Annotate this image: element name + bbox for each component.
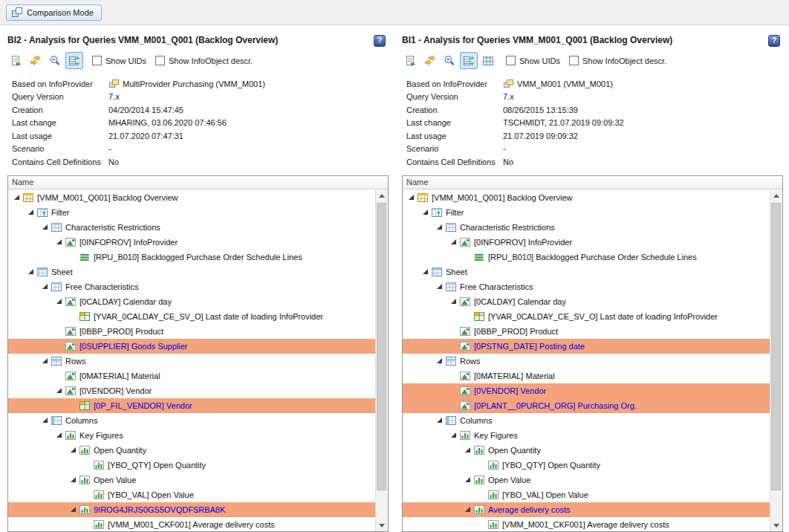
expand-collapse-icon[interactable] — [463, 447, 473, 453]
tree-item[interactable]: Key Figures — [403, 428, 770, 443]
comparison-mode-button[interactable]: Comparison Mode — [6, 4, 102, 21]
checkbox-box[interactable] — [506, 56, 516, 65]
scroll-up-button[interactable] — [376, 190, 388, 202]
tree-item[interactable]: [0VENDOR] Vendor — [403, 383, 770, 398]
expand-collapse-icon[interactable] — [54, 432, 64, 438]
expand-collapse-icon[interactable] — [54, 298, 64, 305]
expand-collapse-icon[interactable] — [40, 224, 50, 230]
expand-collapse-icon[interactable] — [40, 417, 50, 424]
tree-item[interactable]: [0P_FIL_VENDOR] Vendor — [8, 398, 375, 413]
tree-item[interactable]: [VMM_M001_Q001] Backlog Overview — [8, 190, 375, 205]
expand-collapse-icon[interactable] — [463, 506, 473, 513]
tree-item[interactable]: Filter — [403, 205, 770, 220]
expand-collapse-icon[interactable] — [40, 357, 50, 364]
tree-item[interactable]: [VMM_M001_CKF001] Average delivery costs — [403, 517, 770, 532]
tree-item[interactable]: Rows — [403, 354, 770, 369]
tree-column-header[interactable]: Name — [403, 176, 782, 189]
checkbox-box[interactable] — [569, 56, 579, 65]
zoom-out-icon[interactable] — [441, 52, 458, 69]
tree-item[interactable]: Filter — [8, 205, 375, 220]
tree-item[interactable]: [0PLANT__0PURCH_ORG] Purchasing Org. — [403, 398, 770, 413]
scroll-down-button[interactable] — [770, 519, 782, 531]
tree-item[interactable]: [0CALDAY] Calendar day — [403, 294, 770, 309]
expand-collapse-icon[interactable] — [463, 476, 473, 483]
zoom-out-icon[interactable] — [46, 52, 64, 69]
expand-collapse-icon[interactable] — [26, 268, 36, 275]
tree-item[interactable]: [VMM_M001_Q001] Backlog Overview — [403, 190, 770, 205]
expand-subtree-icon[interactable] — [65, 52, 83, 69]
expand-collapse-icon[interactable] — [449, 298, 458, 305]
checkbox-box[interactable] — [155, 56, 165, 65]
tree-item[interactable]: [0VENDOR] Vendor — [8, 383, 375, 398]
expand-collapse-icon[interactable] — [68, 476, 78, 483]
expand-collapse-icon[interactable] — [54, 387, 64, 394]
tree-item[interactable]: [0MATERIAL] Material — [8, 369, 375, 383]
expand-collapse-icon[interactable] — [40, 283, 50, 290]
tree-item[interactable]: [0BBP_PROD] Product — [403, 324, 770, 339]
transfer-icon[interactable] — [27, 52, 45, 69]
tree-item[interactable]: [0MATERIAL] Material — [403, 369, 770, 383]
open-query-icon[interactable] — [7, 52, 25, 69]
tree-item[interactable]: Free Characteristics — [8, 279, 375, 294]
tree-item[interactable]: [YBO_QTY] Open Quantity — [403, 458, 770, 473]
checkbox-box[interactable] — [92, 56, 102, 65]
expand-collapse-icon[interactable] — [435, 283, 444, 290]
tree-column-header[interactable]: Name — [8, 176, 388, 189]
tree-item[interactable]: [0INFOPROV] InfoProvider — [403, 235, 770, 250]
show-uids-checkbox[interactable]: Show UIDs — [506, 56, 560, 65]
expand-collapse-icon[interactable] — [435, 224, 444, 230]
scroll-down-button[interactable] — [376, 519, 388, 531]
tree-item[interactable]: Average delivery costs — [403, 502, 770, 517]
tree-item[interactable]: Open Quantity — [403, 443, 770, 458]
help-button[interactable]: ? — [768, 35, 780, 47]
vertical-scrollbar[interactable] — [770, 190, 782, 532]
expand-collapse-icon[interactable] — [435, 357, 444, 364]
grid-display-icon[interactable] — [479, 52, 497, 69]
expand-subtree-icon[interactable] — [460, 52, 478, 69]
tree-item[interactable]: Columns — [403, 413, 770, 428]
expand-collapse-icon[interactable] — [12, 194, 22, 201]
show-uids-checkbox[interactable]: Show UIDs — [92, 56, 146, 65]
tree-item[interactable]: [YBO_VAL] Open Value — [8, 487, 375, 502]
tree-item[interactable]: Characteristic Restrictions — [403, 220, 770, 235]
tree-item[interactable]: Open Quantity — [8, 443, 375, 458]
scrollbar-thumb[interactable] — [771, 203, 781, 491]
tree-item[interactable]: [0BBP_PROD] Product — [8, 324, 375, 339]
tree-item[interactable]: Sheet — [403, 265, 770, 279]
expand-collapse-icon[interactable] — [421, 209, 430, 215]
show-infoobject-descr-checkbox[interactable]: Show InfoObject descr. — [569, 56, 666, 65]
expand-collapse-icon[interactable] — [449, 239, 458, 245]
tree-item[interactable]: [0SUPPLIER] Goods Supplier — [8, 339, 375, 354]
tree-item[interactable]: Open Value — [8, 473, 375, 487]
scroll-up-button[interactable] — [770, 190, 782, 202]
transfer-icon[interactable] — [421, 52, 439, 69]
expand-collapse-icon[interactable] — [26, 209, 36, 215]
tree-item[interactable]: [YVAR_0CALDAY_CE_SV_O] Last date of load… — [8, 309, 375, 324]
tree-item[interactable]: [YBO_QTY] Open Quantity — [8, 458, 375, 473]
tree-item[interactable]: [YBO_VAL] Open Value — [403, 487, 770, 502]
tree-item[interactable]: Rows — [8, 354, 375, 369]
tree-item[interactable]: [0PSTNG_DATE] Posting date — [403, 339, 770, 354]
expand-collapse-icon[interactable] — [421, 268, 430, 275]
tree-item[interactable]: [0CALDAY] Calendar day — [8, 294, 375, 309]
show-infoobject-descr-checkbox[interactable]: Show InfoObject descr. — [155, 56, 253, 65]
tree-item[interactable]: Open Value — [403, 473, 770, 487]
expand-collapse-icon[interactable] — [68, 447, 78, 453]
tree-item[interactable]: [RPU_B010] Backlogged Purchase Order Sch… — [403, 250, 770, 265]
expand-collapse-icon[interactable] — [54, 239, 64, 245]
tree-item[interactable]: Sheet — [8, 265, 375, 279]
tree-item[interactable]: [YVAR_0CALDAY_CE_SV_O] Last date of load… — [403, 309, 770, 324]
expand-collapse-icon[interactable] — [449, 432, 458, 438]
vertical-scrollbar[interactable] — [375, 190, 388, 532]
expand-collapse-icon[interactable] — [68, 506, 78, 513]
tree-item[interactable]: Key Figures — [8, 428, 375, 443]
expand-collapse-icon[interactable] — [406, 194, 416, 201]
tree-item[interactable]: Columns — [8, 413, 375, 428]
tree-item[interactable]: [RPU_B010] Backlogged Purchase Order Sch… — [8, 250, 375, 265]
tree-item[interactable]: [0INFOPROV] InfoProvider — [8, 235, 375, 250]
tree-item[interactable]: Free Characteristics — [403, 279, 770, 294]
open-query-icon[interactable] — [402, 52, 420, 69]
help-button[interactable]: ? — [374, 35, 386, 47]
tree-item[interactable]: Characteristic Restrictions — [8, 220, 375, 235]
expand-collapse-icon[interactable] — [435, 417, 444, 424]
